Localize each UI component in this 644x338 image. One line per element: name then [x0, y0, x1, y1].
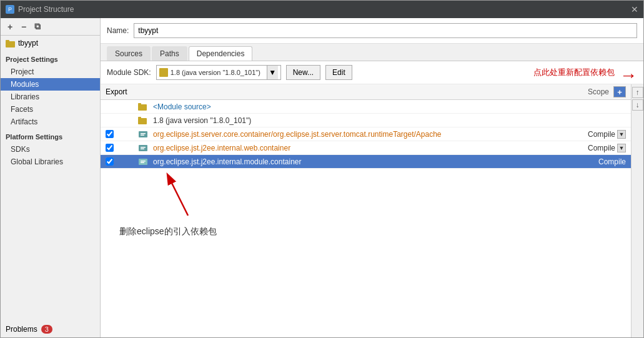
- move-down-button[interactable]: ↓: [632, 99, 643, 111]
- dep-name-tomcat: org.eclipse.jst.server.core.container/or…: [151, 129, 568, 140]
- deps-section: Export Scope +: [101, 84, 643, 337]
- sdk-edit-button[interactable]: Edit: [325, 65, 352, 80]
- annotation-area-bottom: 删除eclipse的引入依赖包: [101, 169, 631, 250]
- name-input[interactable]: [134, 23, 637, 38]
- copy-module-button[interactable]: ⧉: [32, 21, 43, 32]
- sdk-select[interactable]: 1.8 (java version "1.8.0_101") ▼: [156, 65, 281, 80]
- dep-row-jdk[interactable]: 1.8 (java version "1.8.0_101"): [101, 114, 631, 127]
- module-container-icon: [138, 157, 148, 166]
- main-area: Name: Sources Paths Dependencies Module …: [101, 18, 643, 337]
- dep-checkbox-tomcat[interactable]: [106, 130, 114, 138]
- svg-rect-6: [139, 131, 147, 137]
- sidebar-item-sdks[interactable]: SDKs: [1, 143, 100, 156]
- annotation-area-top: 点此处重新配置依赖包 →: [357, 67, 637, 78]
- close-button[interactable]: ✕: [631, 5, 638, 14]
- dep-name-jdk: 1.8 (java version "1.8.0_101"): [151, 115, 568, 126]
- svg-rect-10: [141, 147, 146, 148]
- sdk-folder-icon: [159, 68, 168, 77]
- svg-rect-14: [141, 162, 144, 163]
- deps-main: Export Scope +: [101, 84, 631, 337]
- svg-rect-2: [138, 104, 147, 111]
- sidebar-item-facets[interactable]: Facets: [1, 103, 100, 116]
- svg-rect-11: [141, 148, 144, 149]
- svg-rect-4: [138, 118, 147, 124]
- module-item-label: tbyypt: [18, 39, 38, 47]
- tomcat-lib-icon: [138, 130, 148, 139]
- sdk-new-button[interactable]: New...: [286, 65, 320, 80]
- platform-settings-label: Platform Settings: [1, 128, 100, 143]
- scope-col-header: Scope +: [568, 86, 631, 97]
- add-dep-button[interactable]: +: [613, 86, 626, 97]
- module-source-icon: [138, 102, 148, 111]
- move-up-button[interactable]: ↑: [632, 87, 643, 98]
- sidebar-item-libraries[interactable]: Libraries: [1, 91, 100, 103]
- scope-dropdown-tomcat[interactable]: ▼: [617, 130, 626, 139]
- title-bar: P Project Structure ✕: [1, 1, 643, 18]
- svg-rect-8: [141, 134, 144, 136]
- dep-table-header: Export Scope +: [101, 84, 631, 100]
- dep-check-module-container[interactable]: [101, 157, 138, 166]
- tabs-row: Sources Paths Dependencies: [101, 44, 643, 61]
- svg-rect-1: [6, 40, 9, 42]
- dep-row-tomcat[interactable]: org.eclipse.jst.server.core.container/or…: [101, 127, 631, 141]
- dep-checkbox-web-container[interactable]: [106, 144, 114, 152]
- sidebar-item-global-libraries[interactable]: Global Libraries: [1, 156, 100, 168]
- tab-dependencies[interactable]: Dependencies: [189, 46, 253, 61]
- dep-row-content-module-container: org.eclipse.jst.j2ee.internal.module.con…: [138, 156, 568, 167]
- dep-scope-module-container: Compile: [568, 157, 631, 166]
- scope-dropdown-web-container[interactable]: ▼: [617, 144, 626, 152]
- sidebar-item-modules[interactable]: Modules: [1, 78, 100, 91]
- sdk-dropdown-button[interactable]: ▼: [267, 66, 278, 79]
- name-label: Name:: [107, 26, 129, 35]
- module-item-tbyypt[interactable]: tbyypt: [1, 36, 100, 51]
- svg-rect-13: [141, 161, 146, 162]
- sidebar-toolbar: + − ⧉: [1, 18, 100, 36]
- project-structure-window: P Project Structure ✕ + − ⧉ tbyypt P: [0, 0, 644, 338]
- sdk-label: Module SDK:: [107, 68, 151, 77]
- add-module-button[interactable]: +: [4, 21, 16, 32]
- jdk-icon: [138, 116, 148, 125]
- web-container-icon: [138, 144, 148, 152]
- remove-module-button[interactable]: −: [18, 21, 29, 32]
- dep-row-module-source[interactable]: <Module source>: [101, 100, 631, 114]
- export-col-header: Export: [101, 87, 138, 96]
- module-folder-icon: [6, 38, 16, 48]
- dep-scope-tomcat: Compile ▼: [568, 130, 631, 139]
- svg-rect-7: [141, 133, 146, 134]
- dep-row-content-web-container: org.eclipse.jst.j2ee.internal.web.contai…: [138, 142, 568, 154]
- dep-name-module-container: org.eclipse.jst.j2ee.internal.module.con…: [151, 156, 568, 167]
- dep-row-content-module-source: <Module source>: [138, 101, 568, 112]
- annotation-arrow-right: →: [620, 66, 637, 86]
- dep-check-tomcat[interactable]: [101, 130, 138, 138]
- svg-rect-3: [138, 103, 141, 105]
- name-col-header: [138, 91, 568, 93]
- annotation-bottom-text: 删除eclipse的引入依赖包: [119, 226, 217, 237]
- title-bar-left: P Project Structure: [6, 5, 74, 14]
- annotation-top-text: 点此处重新配置依赖包: [533, 67, 615, 78]
- problems-label: Problems: [6, 325, 37, 334]
- app-icon: P: [6, 5, 14, 14]
- annotation-arrow-svg: [151, 169, 225, 219]
- svg-rect-9: [139, 145, 147, 151]
- tab-sources[interactable]: Sources: [107, 46, 151, 61]
- dep-checkbox-module-container[interactable]: [106, 157, 114, 166]
- tab-paths[interactable]: Paths: [152, 46, 187, 61]
- sdk-select-text: 1.8 (java version "1.8.0_101"): [171, 69, 264, 76]
- dep-scope-web-container: Compile ▼: [568, 144, 631, 152]
- dep-row-content-jdk: 1.8 (java version "1.8.0_101"): [138, 115, 568, 126]
- dep-row-web-container[interactable]: org.eclipse.jst.j2ee.internal.web.contai…: [101, 141, 631, 155]
- problems-row[interactable]: Problems 3: [1, 321, 100, 337]
- dep-check-web-container[interactable]: [101, 144, 138, 152]
- dep-name-web-container: org.eclipse.jst.j2ee.internal.web.contai…: [151, 142, 568, 154]
- sdk-row: Module SDK: 1.8 (java version "1.8.0_101…: [101, 61, 643, 84]
- sidebar-item-artifacts[interactable]: Artifacts: [1, 116, 100, 128]
- sidebar-item-project[interactable]: Project: [1, 66, 100, 78]
- dep-row-module-container[interactable]: org.eclipse.jst.j2ee.internal.module.con…: [101, 155, 631, 169]
- name-row: Name:: [101, 18, 643, 44]
- right-panel: ↑ ↓: [631, 84, 643, 337]
- dep-name-module-source: <Module source>: [151, 101, 568, 112]
- svg-rect-12: [139, 159, 147, 165]
- dep-row-content-tomcat: org.eclipse.jst.server.core.container/or…: [138, 129, 568, 140]
- project-settings-label: Project Settings: [1, 51, 100, 66]
- svg-rect-5: [138, 117, 141, 119]
